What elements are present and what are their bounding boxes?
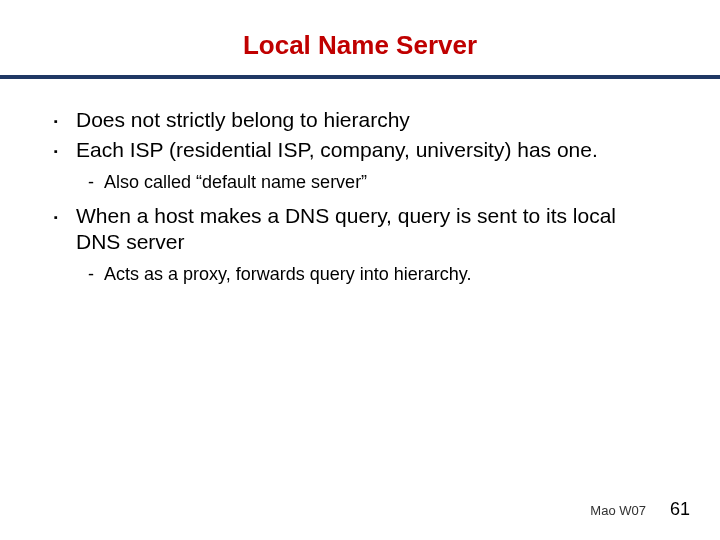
square-bullet-icon: ▪	[54, 107, 76, 133]
sub-bullet-item: - Also called “default name server”	[88, 171, 666, 193]
bullet-text: When a host makes a DNS query, query is …	[76, 203, 666, 255]
footer-credit: Mao W07	[590, 503, 646, 518]
slide: Local Name Server ▪ Does not strictly be…	[0, 0, 720, 540]
bullet-item: ▪ Each ISP (residential ISP, company, un…	[54, 137, 666, 163]
footer: Mao W07 61	[590, 499, 690, 520]
dash-icon: -	[88, 263, 104, 285]
slide-title: Local Name Server	[0, 0, 720, 75]
sub-bullet-text: Acts as a proxy, forwards query into hie…	[104, 263, 471, 285]
bullet-text: Does not strictly belong to hierarchy	[76, 107, 410, 133]
bullet-text: Each ISP (residential ISP, company, univ…	[76, 137, 598, 163]
bullet-item: ▪ When a host makes a DNS query, query i…	[54, 203, 666, 255]
content: ▪ Does not strictly belong to hierarchy …	[0, 79, 720, 285]
square-bullet-icon: ▪	[54, 203, 76, 229]
square-bullet-icon: ▪	[54, 137, 76, 163]
sub-bullet-item: - Acts as a proxy, forwards query into h…	[88, 263, 666, 285]
page-number: 61	[670, 499, 690, 520]
dash-icon: -	[88, 171, 104, 193]
sub-bullet-text: Also called “default name server”	[104, 171, 367, 193]
bullet-item: ▪ Does not strictly belong to hierarchy	[54, 107, 666, 133]
